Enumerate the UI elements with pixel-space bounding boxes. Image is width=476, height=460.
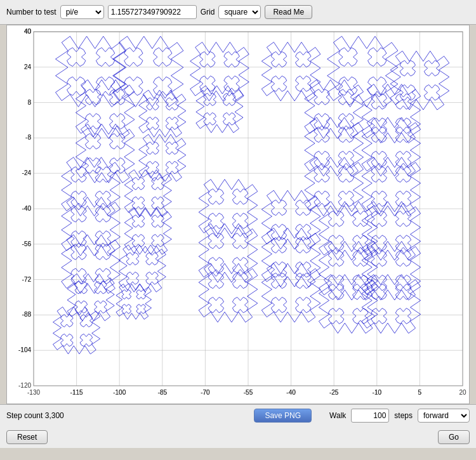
save-png-button[interactable]: Save PNG (254, 409, 312, 423)
read-me-button[interactable]: Read Me (265, 5, 312, 19)
direction-select[interactable]: forward backward (418, 409, 470, 423)
canvas-container (6, 25, 470, 404)
walk-steps-input[interactable] (351, 409, 389, 423)
step-count: Step count 3,300 (6, 411, 249, 420)
main-canvas (7, 25, 469, 404)
step-count-value: 3,300 (45, 411, 64, 420)
number-select[interactable]: pi/e pi e sqrt(2) custom (60, 5, 104, 19)
step-count-label: Step count (6, 411, 43, 420)
footer-bar: Reset Go (0, 426, 476, 448)
reset-button[interactable]: Reset (6, 430, 48, 444)
number-value-input[interactable] (108, 5, 197, 19)
grid-label: Grid (201, 8, 215, 16)
walk-label: Walk (329, 411, 346, 420)
number-label: Number to test (6, 8, 56, 16)
grid-select[interactable]: square hex none (218, 5, 261, 19)
toolbar: Number to test pi/e pi e sqrt(2) custom … (0, 0, 476, 25)
bottom-bar: Step count 3,300 Save PNG Walk steps for… (0, 404, 476, 426)
go-button[interactable]: Go (438, 430, 470, 444)
steps-label: steps (394, 411, 413, 420)
